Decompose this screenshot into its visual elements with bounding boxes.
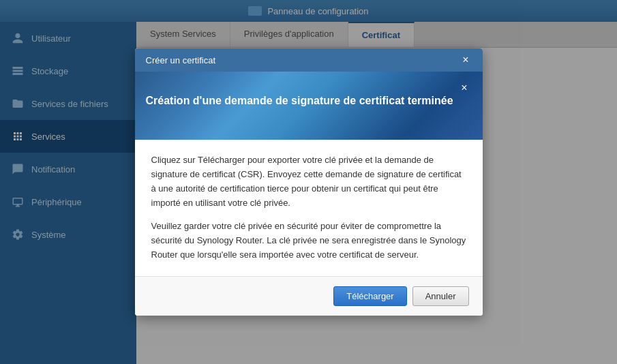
modal-titlebar: Créer un certificat×	[135, 48, 483, 72]
modal-footer: Télécharger Annuler	[135, 276, 483, 316]
modal-titlebar-close[interactable]: ×	[460, 54, 471, 66]
download-button[interactable]: Télécharger	[333, 286, 406, 306]
modal-close-button[interactable]: ×	[457, 81, 471, 95]
modal-header: Création d'une demande de signature de c…	[135, 72, 483, 140]
modal-heading: Création d'une demande de signature de c…	[146, 95, 453, 107]
modal-paragraph-1: Cliquez sur Télécharger pour exporter vo…	[151, 153, 466, 210]
modal-paragraph-2: Veuillez garder votre clé privée en sécu…	[151, 219, 466, 262]
cancel-button[interactable]: Annuler	[412, 286, 469, 306]
modal-create-cert: Créer un certificat× Création d'une dema…	[135, 48, 483, 316]
modal-overlay: Créer un certificat× Création d'une dema…	[0, 0, 617, 364]
modal-title: Créer un certificat	[146, 55, 216, 65]
modal-body: Cliquez sur Télécharger pour exporter vo…	[135, 140, 483, 276]
